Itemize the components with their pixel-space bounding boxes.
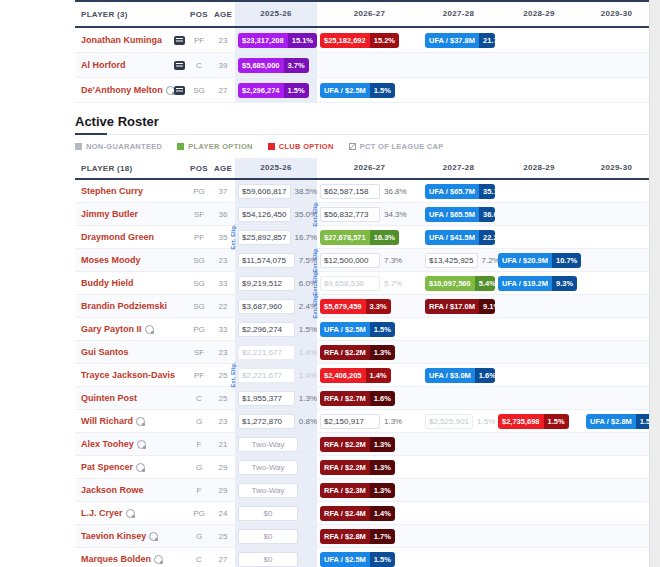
extension-eligible-tag: Ext. Elig.: [312, 247, 318, 272]
player-name-link[interactable]: Trayce Jackson-Davis: [75, 370, 175, 380]
player-name-link[interactable]: Pat Spencer: [75, 462, 133, 472]
salary-year-cell: [422, 456, 495, 478]
badge-value: RFA / $17.0M: [425, 299, 479, 314]
salary-year-cell: Ext. Elig.$9,658,5365.7%: [317, 272, 422, 294]
player-name-link[interactable]: Jonathan Kuminga: [75, 35, 162, 45]
column-header-year: 2025-26: [235, 2, 317, 26]
badge-value: $2,735,698: [498, 414, 544, 429]
club-option-badge: $2,406,2051.4%: [320, 368, 391, 383]
player-row: De'Anthony MeltonSG27$2,296,2741.5%UFA /…: [75, 78, 650, 103]
salary-year-cell: $54,126,45035.0%: [235, 203, 317, 225]
badge-value: RFA / $2.3M: [320, 483, 370, 498]
badge-cap-pct: 1.7%: [370, 529, 395, 544]
player-name-link[interactable]: Alex Toohey: [75, 439, 134, 449]
salary-year-cell: $25,182,69215.2%: [317, 28, 422, 52]
badge-value: UFA / $65.5M: [425, 207, 479, 222]
legend-label: PLAYER OPTION: [188, 142, 252, 151]
contract-icon: [174, 61, 185, 70]
roster-table-header: PLAYER (18)POSAGE2025-262026-272027-2820…: [75, 158, 650, 180]
player-name-link[interactable]: Marques Bolden: [75, 554, 151, 564]
salary-year-cell: $3,687,9602.4%: [235, 295, 317, 317]
player-name-link[interactable]: Buddy Hield: [75, 278, 134, 288]
header-row: PLAYER (3)POSAGE2025-262026-272027-28202…: [75, 2, 650, 26]
cap-pct: 1.3%: [299, 394, 317, 403]
salary-year-cell: $0: [235, 548, 317, 567]
salary-year-cell: RFA / $2.2M1.3%: [317, 433, 422, 455]
salary-year-cell: $13,425,9257.2%: [422, 249, 495, 271]
salary-year-cell: RFA / $2.2M1.3%: [317, 341, 422, 363]
salary-value: $0: [238, 529, 298, 544]
player-name-link[interactable]: Stephen Curry: [75, 186, 143, 196]
player-status-icon: [154, 555, 163, 564]
ufa-badge: UFA / $41.5M22.2%: [425, 230, 495, 245]
salary-year-cell: [422, 318, 495, 340]
player-name-link[interactable]: L.J. Cryer: [75, 508, 123, 518]
badge-cap-pct: 1.5%: [544, 414, 569, 429]
salary-year-cell: [583, 226, 650, 248]
salary-value: Two-Way: [238, 460, 298, 475]
badge-cap-pct: 1.6%: [370, 391, 395, 406]
legend-item: PCT OF LEAGUE CAP: [349, 142, 444, 151]
salary-value: $0: [238, 506, 298, 521]
active-roster-section: Active Roster NON-GUARANTEEDPLAYER OPTIO…: [75, 103, 650, 567]
player-name-link[interactable]: Will Richard: [75, 416, 133, 426]
player-name-link[interactable]: Quinten Post: [75, 393, 137, 403]
cap-pct: 1.5%: [299, 325, 317, 334]
player-position: SF: [187, 210, 211, 219]
player-position: PG: [187, 325, 211, 334]
player-name-link[interactable]: De'Anthony Melton: [75, 85, 163, 95]
salary-year-cell: $0: [235, 502, 317, 524]
column-header-year: 2027-28: [422, 158, 495, 178]
badge-value: UFA / $2.5M: [320, 552, 370, 567]
salary-year-cell: [495, 53, 583, 77]
player-position: PF: [187, 371, 211, 380]
player-age: 27: [211, 86, 235, 95]
player-name-link[interactable]: Draymond Green: [75, 232, 154, 242]
cap-pct: 0.8%: [299, 417, 317, 426]
column-header-year: 2027-28: [422, 2, 495, 26]
salary-year-cell: [422, 341, 495, 363]
badge-cap-pct: 15.2%: [370, 33, 399, 48]
player-name-link[interactable]: Jimmy Butler: [75, 209, 138, 219]
salary-year-cell: [422, 479, 495, 501]
player-row: Moses MoodySG23$11,574,0757.5%Ext. Elig.…: [75, 249, 650, 272]
salary-year-cell: [583, 28, 650, 52]
player-position: F: [187, 486, 211, 495]
player-name-cell: Alex Toohey: [75, 433, 187, 455]
salary-year-cell: UFA / $41.5M22.2%: [422, 226, 495, 248]
salary-year-cell: [583, 525, 650, 547]
salary-year-cell: [583, 203, 650, 225]
player-position: F: [187, 440, 211, 449]
player-age: 23: [211, 256, 235, 265]
rfa-badge: RFA / $2.2M1.3%: [320, 460, 395, 475]
salary-year-cell: [495, 456, 583, 478]
player-row: Will RichardG23$1,272,8700.8%$2,150,9171…: [75, 410, 650, 433]
salary-year-cell: Ext. Elig.$2,221,6771.4%: [235, 364, 317, 386]
cap-pct: 36.8%: [384, 187, 407, 196]
player-name-link[interactable]: Gary Payton II: [75, 324, 142, 334]
player-name-link[interactable]: Al Horford: [75, 60, 126, 70]
player-name-link[interactable]: Jackson Rowe: [75, 485, 144, 495]
ufa-badge: UFA / $2.5M1.5%: [320, 322, 395, 337]
player-name-link[interactable]: Gui Santos: [75, 347, 129, 357]
badge-value: $23,317,208: [238, 33, 288, 48]
salary-value: $59,606,817: [238, 184, 291, 199]
salary-year-cell: [583, 364, 650, 386]
salary-value: $2,525,901: [425, 414, 473, 429]
ufa-badge: UFA / $20.9M10.7%: [498, 253, 581, 268]
cap-pct: 5.7%: [384, 279, 402, 288]
player-name-link[interactable]: Brandin Podziemski: [75, 301, 167, 311]
player-name-cell: Stephen Curry: [75, 180, 187, 202]
player-name-cell: Brandin Podziemski: [75, 295, 187, 317]
player-name-link[interactable]: Moses Moody: [75, 255, 141, 265]
player-row: Quinten PostC25$1,955,3771.3%RFA / $2.7M…: [75, 387, 650, 410]
ufa-badge: UFA / $2.5M1.5%: [320, 552, 395, 567]
badge-cap-pct: 1.5%: [284, 83, 309, 98]
salary-value: $0: [238, 552, 298, 567]
column-header-year: 2025-26: [235, 158, 317, 178]
player-row: Draymond GreenPF35Ext. Elig.$25,892,8571…: [75, 226, 650, 249]
salary-year-cell: $62,587,15836.8%: [317, 180, 422, 202]
player-age: 23: [211, 348, 235, 357]
player-name-link[interactable]: Taevion Kinsey: [75, 531, 146, 541]
salary-year-cell: RFA / $2.2M1.3%: [317, 456, 422, 478]
